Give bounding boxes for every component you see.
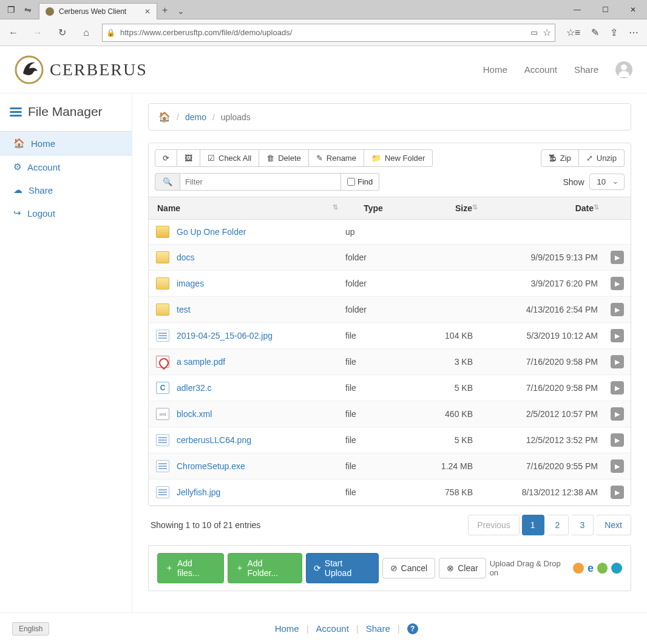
file-link[interactable]: ChromeSetup.exe bbox=[177, 461, 245, 471]
file-icon bbox=[156, 330, 169, 342]
forward-button[interactable]: → bbox=[29, 24, 46, 41]
check-all-button[interactable]: ☑Check All bbox=[200, 149, 259, 167]
find-checkbox[interactable] bbox=[347, 178, 355, 186]
file-link[interactable]: block.xml bbox=[177, 409, 212, 419]
row-action-button[interactable]: ▶ bbox=[611, 381, 624, 395]
window-minimize-button[interactable]: — bbox=[563, 0, 591, 19]
footer-account[interactable]: Account bbox=[316, 623, 349, 634]
find-toggle[interactable]: Find bbox=[341, 173, 379, 191]
col-name[interactable]: Name bbox=[149, 197, 343, 220]
cell-date: 7/16/2020 9:58 PM bbox=[483, 349, 604, 375]
file-link[interactable]: docs bbox=[177, 253, 195, 262]
rename-button[interactable]: ✎Rename bbox=[309, 149, 364, 167]
win-swap-icon[interactable]: ⇋ bbox=[21, 2, 35, 17]
row-action-button[interactable]: ▶ bbox=[611, 303, 624, 316]
refresh-button[interactable]: ↻ bbox=[53, 24, 70, 41]
footer-home[interactable]: Home bbox=[275, 623, 299, 634]
edge-icon: e bbox=[588, 562, 594, 575]
cell-size: 3 KB bbox=[404, 349, 483, 375]
breadcrumb: 🏠 / demo / uploads bbox=[148, 103, 631, 130]
back-button[interactable]: ← bbox=[5, 24, 22, 41]
file-link[interactable]: cerberusLLC64.png bbox=[177, 435, 251, 445]
sidebar-icon: ☁ bbox=[13, 185, 22, 195]
filter-input[interactable] bbox=[180, 173, 341, 191]
add-files-button[interactable]: ＋Add files... bbox=[157, 553, 224, 583]
win-overlap-icon[interactable]: ❐ bbox=[4, 2, 18, 17]
address-bar[interactable]: 🔒 https://www.cerberusftp.com/file/d/dem… bbox=[102, 24, 555, 42]
entries-info: Showing 1 to 10 of 21 entries bbox=[151, 520, 260, 530]
page-footer: English Home | Account | Share | ? bbox=[0, 612, 647, 644]
file-link[interactable]: images bbox=[177, 279, 204, 288]
sidebar-item-account[interactable]: ⚙Account bbox=[0, 155, 132, 178]
row-action-button[interactable]: ▶ bbox=[611, 355, 624, 368]
row-action-button[interactable]: ▶ bbox=[611, 459, 624, 473]
row-action-button[interactable]: ▶ bbox=[611, 329, 624, 342]
sidebar-icon: ↪ bbox=[13, 208, 21, 219]
zip-button[interactable]: 🗜Zip bbox=[541, 149, 579, 167]
tab-cerberus[interactable]: Cerberus Web Client ✕ bbox=[39, 3, 157, 19]
avatar-icon[interactable] bbox=[615, 61, 632, 78]
row-action-button[interactable]: ▶ bbox=[611, 251, 624, 264]
window-maximize-button[interactable]: ☐ bbox=[591, 0, 619, 19]
cancel-upload-button[interactable]: ⊘Cancel bbox=[382, 558, 436, 578]
tab-overflow-icon[interactable]: ⌄ bbox=[172, 2, 189, 19]
refresh-list-button[interactable]: ⟳ bbox=[155, 149, 177, 167]
file-link[interactable]: test bbox=[177, 305, 191, 314]
breadcrumb-home-icon[interactable]: 🏠 bbox=[158, 111, 171, 123]
breadcrumb-link-demo[interactable]: demo bbox=[185, 112, 206, 122]
file-link[interactable]: 2019-04-25_15-06-02.jpg bbox=[177, 331, 273, 341]
view-image-button[interactable]: 🖼 bbox=[177, 149, 200, 167]
reading-view-icon[interactable]: ▭ bbox=[530, 28, 538, 37]
share-icon[interactable]: ⇪ bbox=[610, 27, 618, 38]
col-size[interactable]: Size bbox=[404, 197, 483, 220]
page-next[interactable]: Next bbox=[596, 515, 631, 535]
file-link[interactable]: Jellyfish.jpg bbox=[177, 487, 220, 497]
language-button[interactable]: English bbox=[12, 622, 49, 636]
window-close-button[interactable]: ✕ bbox=[619, 0, 647, 19]
notes-icon[interactable]: ✎ bbox=[591, 27, 599, 38]
col-date[interactable]: Date bbox=[483, 197, 604, 220]
more-icon[interactable]: ⋯ bbox=[629, 27, 639, 38]
favorite-icon[interactable]: ☆ bbox=[543, 27, 551, 38]
sidebar-item-share[interactable]: ☁Share bbox=[0, 178, 132, 202]
tab-close-icon[interactable]: ✕ bbox=[144, 7, 151, 16]
new-folder-button[interactable]: 📁New Folder bbox=[364, 149, 433, 167]
search-icon[interactable]: 🔍 bbox=[155, 173, 180, 191]
page-2[interactable]: 2 bbox=[547, 515, 569, 535]
help-icon[interactable]: ? bbox=[407, 623, 418, 634]
file-link[interactable]: Go Up One Folder bbox=[177, 227, 246, 237]
topnav-share[interactable]: Share bbox=[574, 64, 598, 75]
unzip-button[interactable]: ⤢Unzip bbox=[579, 149, 625, 167]
new-tab-button[interactable]: + bbox=[157, 1, 172, 19]
breadcrumb-current: uploads bbox=[221, 112, 251, 122]
page-1[interactable]: 1 bbox=[522, 515, 544, 535]
clear-upload-button[interactable]: ⊗Clear bbox=[439, 558, 486, 578]
row-action-button[interactable]: ▶ bbox=[611, 277, 624, 290]
col-type[interactable]: Type bbox=[343, 197, 404, 220]
start-upload-button[interactable]: ⟳Start Upload bbox=[306, 553, 379, 583]
delete-button[interactable]: 🗑Delete bbox=[259, 149, 309, 167]
table-row: Jellyfish.jpgfile758 KB8/13/2012 12:38 A… bbox=[149, 480, 631, 506]
topnav-account[interactable]: Account bbox=[524, 64, 557, 75]
logo[interactable]: CERBERUS bbox=[15, 55, 147, 84]
home-button[interactable]: ⌂ bbox=[78, 24, 95, 41]
sidebar-item-logout[interactable]: ↪Logout bbox=[0, 202, 132, 225]
zip-label: Zip bbox=[560, 154, 571, 163]
add-folder-button[interactable]: ＋Add Folder... bbox=[228, 553, 302, 583]
favorites-hub-icon[interactable]: ☆≡ bbox=[566, 27, 580, 38]
breadcrumb-sep: / bbox=[212, 112, 215, 122]
sidebar-item-home[interactable]: 🏠Home bbox=[0, 131, 132, 155]
topnav-home[interactable]: Home bbox=[483, 64, 507, 75]
footer-share[interactable]: Share bbox=[366, 623, 390, 634]
file-icon bbox=[156, 460, 169, 472]
file-link[interactable]: a sample.pdf bbox=[177, 357, 225, 367]
file-link[interactable]: adler32.c bbox=[177, 383, 212, 393]
cell-date: 7/16/2020 9:55 PM bbox=[483, 453, 604, 480]
page-3[interactable]: 3 bbox=[571, 515, 594, 535]
row-action-button[interactable]: ▶ bbox=[611, 486, 624, 499]
show-select[interactable]: 10 bbox=[589, 174, 625, 190]
page-previous[interactable]: Previous bbox=[468, 515, 519, 535]
row-action-button[interactable]: ▶ bbox=[611, 433, 624, 447]
row-action-button[interactable]: ▶ bbox=[611, 407, 624, 421]
logo-text: CERBERUS bbox=[50, 60, 147, 80]
